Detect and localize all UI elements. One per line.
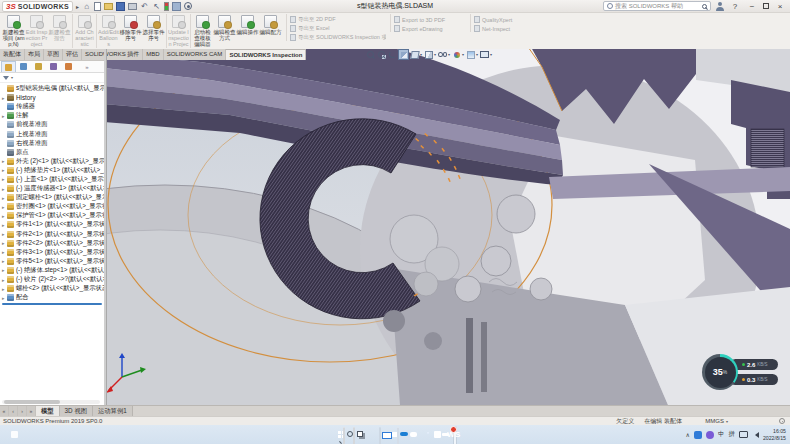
tree-item[interactable]: ▸ 零件2<1> (默认<<默认>_显示状态 bbox=[0, 230, 104, 239]
export-menu-item[interactable]: Export to 3D PDF bbox=[394, 16, 466, 23]
solidworks-logo[interactable]: 3S SOLIDWORKS bbox=[2, 1, 73, 12]
tree-item[interactable]: ▸ (-) 上盖<1> (默认<<默认>_显示状 bbox=[0, 175, 104, 184]
export-menu-item[interactable]: Export eDrawing bbox=[394, 25, 466, 32]
tree-item[interactable]: ▸ 零件3<1> (默认<<默认>_显示状态 bbox=[0, 248, 104, 257]
net-speed-hud[interactable]: 2.6 KB/S 0.3 KB/S 35% bbox=[700, 354, 790, 394]
export-group-col3: QualityXpert Net-Inspect bbox=[470, 14, 530, 32]
help-search-input[interactable]: 搜索 SOLIDWORKS 帮助 bbox=[603, 1, 711, 11]
ribbon-button[interactable]: Add Characteristic bbox=[72, 14, 95, 48]
sheet-nav-button[interactable]: » bbox=[27, 406, 36, 416]
tree-item[interactable]: ▸ 配合 bbox=[0, 293, 104, 302]
export-menu-item[interactable]: Net-Inspect bbox=[474, 25, 530, 32]
command-tab[interactable]: MBD bbox=[143, 49, 163, 60]
tray-app-icon[interactable] bbox=[694, 431, 702, 439]
tree-item[interactable]: ▸ 外壳 (2)<1> (默认<<默认>_显示状 bbox=[0, 157, 104, 166]
ime-mode-indicator[interactable]: 拼 bbox=[728, 430, 735, 439]
taskbar-app-icon[interactable] bbox=[353, 427, 355, 444]
tree-item[interactable]: ▸ (-) 温度传感器<1> (默认<<默认>_ bbox=[0, 184, 104, 193]
chevron-down-icon[interactable]: ▾ bbox=[462, 52, 464, 57]
tree-item[interactable]: ▸ (-) 绝缘体.step<1> (默认<<默认> bbox=[0, 266, 104, 275]
sheet-nav-button[interactable]: › bbox=[18, 406, 27, 416]
tree-item[interactable]: ▸ 前视基准面 bbox=[0, 120, 104, 129]
tree-item[interactable]: ▸ 上视基准面 bbox=[0, 129, 104, 138]
ribbon-button[interactable]: Update Inspection Project bbox=[166, 14, 189, 48]
tree-item[interactable]: ▸ 零件5<1> (默认<<默认>_显示状态 bbox=[0, 257, 104, 266]
units-selector[interactable]: MMGS ▾ bbox=[705, 418, 728, 424]
ribbon-button[interactable]: 新建检查报告 bbox=[48, 14, 71, 48]
tree-item[interactable]: ▸ 螺栓<2> (默认<<默认>_显示状态 bbox=[0, 284, 104, 293]
volume-icon[interactable] bbox=[752, 432, 759, 438]
tree-item[interactable]: ▸ 固定螺栓<1> (默认<<默认>_显示 bbox=[0, 193, 104, 202]
ribbon-button[interactable]: 选择零件序号 bbox=[142, 14, 165, 48]
tree-item[interactable]: ▸ 零件1<1> (默认<<默认>_显示状态 bbox=[0, 220, 104, 229]
clock[interactable]: 16:05 2022/8/15 bbox=[763, 428, 786, 441]
command-tab[interactable]: 装配体 bbox=[0, 49, 25, 60]
minimize-button[interactable]: − bbox=[746, 2, 758, 11]
view-tab[interactable]: 运动算例1 bbox=[93, 406, 133, 416]
model-3d-view[interactable] bbox=[104, 49, 790, 405]
tree-item[interactable]: ▸ (-) 绝缘垫片<1> (默认<<默认>_显 bbox=[0, 166, 104, 175]
menu-expander-icon[interactable]: ▸ bbox=[76, 3, 79, 10]
chevron-down-icon[interactable]: ▾ bbox=[448, 52, 450, 57]
export-menu-item[interactable]: 导出至 2D PDF bbox=[290, 16, 386, 23]
tree-item[interactable]: ▸ s型铠装热电偶 (默认<默认_显示状态-1 bbox=[0, 84, 104, 93]
sheet-nav-button[interactable]: « bbox=[0, 406, 9, 416]
tree-item[interactable]: ▸ 传感器 bbox=[0, 102, 104, 111]
rollback-bar[interactable] bbox=[2, 303, 102, 305]
close-button[interactable]: × bbox=[774, 2, 786, 11]
panel-splitter[interactable] bbox=[104, 49, 107, 405]
panel-horizontal-scrollbar[interactable] bbox=[2, 400, 100, 404]
restore-button[interactable] bbox=[763, 3, 769, 9]
command-tab[interactable]: 评估 bbox=[63, 49, 82, 60]
ribbon-button[interactable]: 新建检查项目 (amp;N) bbox=[2, 14, 25, 48]
hud-percent-ring[interactable]: 35% bbox=[702, 354, 738, 390]
search-icon[interactable] bbox=[702, 4, 707, 9]
ribbon-button[interactable]: Edit Inspection Project bbox=[25, 14, 48, 48]
user-login-icon[interactable] bbox=[716, 2, 724, 11]
windows-taskbar: ∧ 中 拼 16:05 2022/8/15 bbox=[0, 425, 790, 444]
view-tab[interactable]: 模型 bbox=[36, 406, 60, 416]
tray-chevron-icon[interactable]: ∧ bbox=[686, 431, 690, 438]
tree-filter[interactable]: ▾ bbox=[0, 73, 104, 83]
scrollbar-thumb[interactable] bbox=[4, 400, 60, 404]
command-tab[interactable]: 草图 bbox=[44, 49, 63, 60]
ribbon-button[interactable]: 编辑检查方式 bbox=[213, 14, 236, 48]
chevron-down-icon[interactable]: ▾ bbox=[420, 52, 422, 57]
status-options-icon[interactable] bbox=[779, 418, 785, 424]
tree-item[interactable]: ▸ 注解 bbox=[0, 111, 104, 120]
chevron-down-icon[interactable]: ▾ bbox=[490, 52, 492, 57]
tree-item[interactable]: ▸ 零件2<2> (默认<<默认>_显示状态 bbox=[0, 239, 104, 248]
tree-item[interactable]: ▸ 保护管<1> (默认<<默认>_显示状 bbox=[0, 211, 104, 220]
ribbon-button[interactable]: 移除零件序号 bbox=[119, 14, 142, 48]
display-icon[interactable] bbox=[739, 431, 748, 438]
tree-item[interactable]: ▸ 右视基准面 bbox=[0, 139, 104, 148]
command-tab[interactable]: SOLIDWORKS Inspection bbox=[226, 49, 306, 60]
command-tab[interactable]: 布局 bbox=[25, 49, 44, 60]
chevron-down-icon[interactable]: ▾ bbox=[434, 52, 436, 57]
taskbar-app-icon[interactable] bbox=[397, 427, 399, 444]
taskbar-app-icon[interactable] bbox=[379, 427, 381, 444]
command-tab[interactable]: SOLIDWORKS CAM bbox=[164, 49, 227, 60]
chevron-down-icon[interactable]: ▾ bbox=[476, 52, 478, 57]
ribbon-button-icon bbox=[102, 15, 115, 28]
tray-app2-icon[interactable] bbox=[706, 431, 714, 439]
export-icon bbox=[474, 25, 480, 32]
export-menu-item[interactable]: 导出至 Excel bbox=[290, 25, 386, 32]
tree-item[interactable]: ▸ 原点 bbox=[0, 148, 104, 157]
ribbon-button[interactable]: Add/Edit Balloons bbox=[96, 14, 119, 48]
filter-caret-icon[interactable]: ▾ bbox=[11, 75, 13, 80]
export-menu-item[interactable]: QualityXpert bbox=[474, 16, 530, 23]
sheet-nav-button[interactable]: ‹ bbox=[9, 406, 18, 416]
ribbon-button[interactable]: 编辑配方 bbox=[259, 14, 282, 48]
ime-language-indicator[interactable]: 中 bbox=[718, 430, 725, 439]
help-button[interactable]: ? bbox=[729, 2, 741, 11]
ribbon-button[interactable]: 编辑操作 bbox=[236, 14, 259, 48]
taskbar-app-icon[interactable] bbox=[343, 427, 345, 444]
view-tab[interactable]: 3D 视图 bbox=[60, 406, 93, 416]
command-tab[interactable]: SOLIDWORKS 插件 bbox=[82, 49, 143, 60]
ribbon-button[interactable]: 启动检查模板编辑器 bbox=[190, 14, 213, 48]
tree-item[interactable]: ▸ History bbox=[0, 93, 104, 102]
tree-item[interactable]: ▸ 密封圈<1> (默认<<默认>_显示状 bbox=[0, 202, 104, 211]
tree-item[interactable]: ▸ (-) 铰片 (2)<2> ->?(默认<<默认> bbox=[0, 275, 104, 284]
export-menu-item[interactable]: 导出至 SOLIDWORKS Inspection 项目 bbox=[290, 34, 386, 41]
